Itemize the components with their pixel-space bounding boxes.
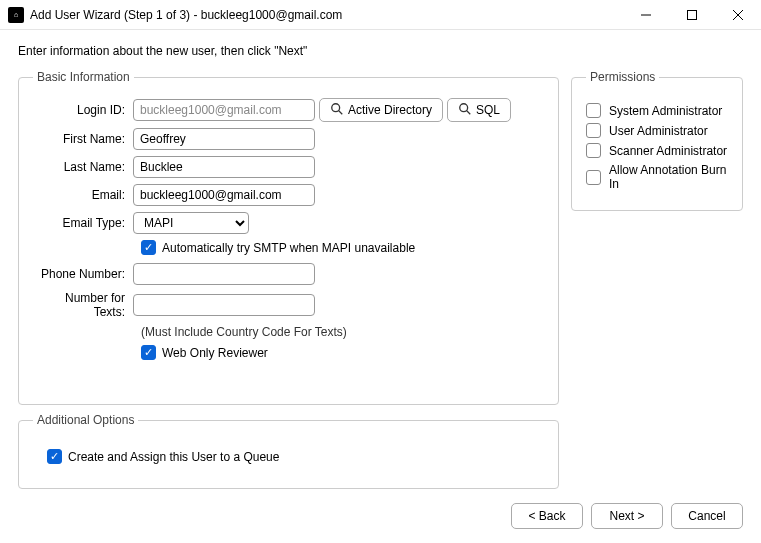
perm-label: User Administrator [609,124,708,138]
close-button[interactable] [715,0,761,30]
additional-legend: Additional Options [33,413,138,427]
emailtype-row: Email Type: MAPI [33,212,544,234]
search-icon [330,102,344,119]
permissions-legend: Permissions [586,70,659,84]
lastname-label: Last Name: [33,160,133,174]
left-column: Basic Information Login ID: Active Direc… [18,70,559,489]
cancel-button[interactable]: Cancel [671,503,743,529]
svg-line-7 [467,110,471,114]
firstname-label: First Name: [33,132,133,146]
webonly-check-row[interactable]: ✓ Web Only Reviewer [141,345,544,360]
email-label: Email: [33,188,133,202]
permissions-group: Permissions System Administrator User Ad… [571,70,743,211]
perm-row-annotationburn[interactable]: Allow Annotation Burn In [586,163,728,191]
lastname-row: Last Name: [33,156,544,178]
phone-row: Phone Number: [33,263,544,285]
queue-check-row[interactable]: ✓ Create and Assign this User to a Queue [47,449,544,464]
maximize-button[interactable] [669,0,715,30]
smtp-check-label: Automatically try SMTP when MAPI unavail… [162,241,415,255]
panels: Basic Information Login ID: Active Direc… [18,70,743,489]
content-area: Enter information about the new user, th… [0,30,761,543]
perm-check-annotationburn[interactable] [586,170,601,185]
basic-info-legend: Basic Information [33,70,134,84]
active-directory-button[interactable]: Active Directory [319,98,443,122]
smtp-checkbox[interactable]: ✓ [141,240,156,255]
instructions-text: Enter information about the new user, th… [18,44,743,58]
emailtype-select[interactable]: MAPI [133,212,249,234]
firstname-row: First Name: [33,128,544,150]
perm-row-scanneradmin[interactable]: Scanner Administrator [586,143,728,158]
sql-button[interactable]: SQL [447,98,511,122]
smtp-check-row[interactable]: ✓ Automatically try SMTP when MAPI unava… [141,240,544,255]
back-button[interactable]: < Back [511,503,583,529]
texts-row: Number for Texts: [33,291,544,319]
queue-check-label: Create and Assign this User to a Queue [68,450,279,464]
additional-options-group: Additional Options ✓ Create and Assign t… [18,413,559,489]
perm-row-sysadmin[interactable]: System Administrator [586,103,728,118]
next-button[interactable]: Next > [591,503,663,529]
firstname-input[interactable] [133,128,315,150]
perm-label: Allow Annotation Burn In [609,163,728,191]
email-input[interactable] [133,184,315,206]
app-icon: ⌂ [8,7,24,23]
svg-point-4 [332,103,340,111]
webonly-checkbox[interactable]: ✓ [141,345,156,360]
ad-button-label: Active Directory [348,103,432,117]
titlebar: ⌂ Add User Wizard (Step 1 of 3) - buckle… [0,0,761,30]
texts-input[interactable] [133,294,315,316]
basic-information-group: Basic Information Login ID: Active Direc… [18,70,559,405]
emailtype-label: Email Type: [33,216,133,230]
svg-rect-1 [688,10,697,19]
email-row: Email: [33,184,544,206]
login-input [133,99,315,121]
perm-row-useradmin[interactable]: User Administrator [586,123,728,138]
footer-buttons: < Back Next > Cancel [18,489,743,529]
window-title: Add User Wizard (Step 1 of 3) - buckleeg… [30,8,623,22]
perm-label: Scanner Administrator [609,144,727,158]
perm-check-scanneradmin[interactable] [586,143,601,158]
perm-check-sysadmin[interactable] [586,103,601,118]
minimize-button[interactable] [623,0,669,30]
perm-check-useradmin[interactable] [586,123,601,138]
lastname-input[interactable] [133,156,315,178]
phone-input[interactable] [133,263,315,285]
phone-label: Phone Number: [33,267,133,281]
login-row: Login ID: Active Directory SQL [33,98,544,122]
search-icon [458,102,472,119]
svg-point-6 [460,103,468,111]
svg-line-5 [339,110,343,114]
texts-label: Number for Texts: [33,291,133,319]
login-label: Login ID: [33,103,133,117]
queue-checkbox[interactable]: ✓ [47,449,62,464]
webonly-check-label: Web Only Reviewer [162,346,268,360]
sql-button-label: SQL [476,103,500,117]
texts-hint: (Must Include Country Code For Texts) [141,325,544,339]
perm-label: System Administrator [609,104,722,118]
